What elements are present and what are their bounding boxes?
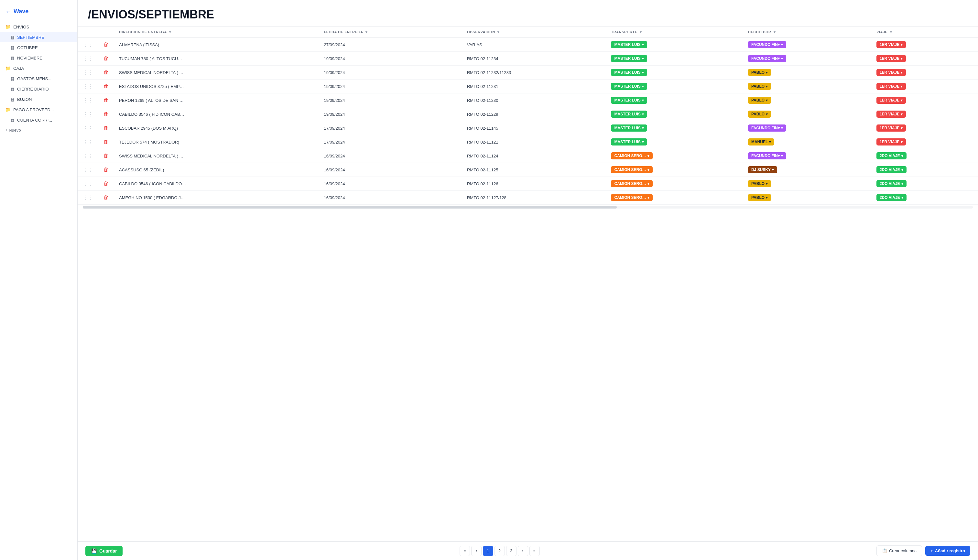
viaje-badge[interactable]: 2DO VIAJE ▾	[876, 166, 906, 173]
drag-handle-icon[interactable]: ⋮⋮	[83, 181, 93, 187]
sidebar-item-septiembre[interactable]: ▦ SEPTIEMBRE ···	[0, 32, 77, 42]
page-last-button[interactable]: »	[529, 546, 540, 556]
viaje-badge[interactable]: 1ER VIAJE ▾	[876, 83, 906, 90]
hecho-por-badge[interactable]: FACUNDO FIN▾ ▾	[748, 125, 786, 132]
main-content: /ENVIOS/SEPTIEMBRE DIRECCION DE ENTREGA …	[78, 0, 978, 560]
delete-icon[interactable]: 🗑	[103, 83, 108, 89]
viaje-badge[interactable]: 1ER VIAJE ▾	[876, 111, 906, 118]
page-1-button[interactable]: 1	[483, 546, 493, 556]
delete-icon[interactable]: 🗑	[103, 42, 108, 47]
chevron-down-icon: ▾	[901, 43, 903, 47]
page-2-button[interactable]: 2	[494, 546, 505, 556]
drag-handle-icon[interactable]: ⋮⋮	[83, 125, 93, 131]
row-transporte: MASTER LUIS ▾	[606, 93, 743, 107]
viaje-badge[interactable]: 1ER VIAJE ▾	[876, 97, 906, 104]
transporte-badge[interactable]: MASTER LUIS ▾	[611, 41, 647, 48]
hecho-por-badge[interactable]: FACUNDO FIN▾ ▾	[748, 152, 786, 159]
transporte-badge[interactable]: MASTER LUIS ▾	[611, 125, 647, 132]
folder-icon: 📁	[5, 66, 11, 71]
drag-handle-icon[interactable]: ⋮⋮	[83, 167, 93, 173]
add-registro-button[interactable]: + Añadir registro	[925, 546, 970, 556]
sidebar-item-buzon[interactable]: ▦ BUZON ···	[0, 94, 77, 105]
viaje-badge[interactable]: 2DO VIAJE ▾	[876, 180, 906, 187]
col-viaje[interactable]: VIAJE ▾	[871, 27, 978, 38]
transporte-badge[interactable]: MASTER LUIS ▾	[611, 69, 647, 76]
drag-handle-icon[interactable]: ⋮⋮	[83, 195, 93, 200]
drag-handle-icon[interactable]: ⋮⋮	[83, 98, 93, 103]
sidebar-item-gastos[interactable]: ▦ GASTOS MENS... ···	[0, 73, 77, 84]
drag-handle-icon[interactable]: ⋮⋮	[83, 70, 93, 75]
sidebar-folder-envios[interactable]: 📁 ENVIOS ···	[0, 22, 77, 32]
new-item[interactable]: + Nuevo	[0, 125, 77, 135]
transporte-badge[interactable]: CAMION SERO… ▾	[611, 152, 653, 159]
delete-icon[interactable]: 🗑	[103, 167, 108, 172]
transporte-badge[interactable]: CAMION SERO… ▾	[611, 166, 653, 173]
sidebar-item-noviembre[interactable]: ▦ NOVIEMBRE ···	[0, 53, 77, 63]
delete-icon[interactable]: 🗑	[103, 139, 108, 145]
col-hecho-por[interactable]: HECHO POR ▾	[743, 27, 871, 38]
transporte-badge[interactable]: MASTER LUIS ▾	[611, 83, 647, 90]
add-reg-icon: +	[930, 548, 933, 553]
transporte-badge[interactable]: CAMION SERO… ▾	[611, 180, 653, 187]
transporte-badge[interactable]: MASTER LUIS ▾	[611, 97, 647, 104]
page-3-button[interactable]: 3	[506, 546, 516, 556]
delete-icon[interactable]: 🗑	[103, 125, 108, 131]
drag-handle-icon[interactable]: ⋮⋮	[83, 139, 93, 145]
delete-icon[interactable]: 🗑	[103, 181, 108, 186]
row-direccion: ACASSUSO 65 (ZEDIL)	[114, 163, 319, 177]
delete-icon[interactable]: 🗑	[103, 56, 108, 61]
col-transporte[interactable]: TRANSPORTE ▾	[606, 27, 743, 38]
delete-icon[interactable]: 🗑	[103, 153, 108, 158]
row-observacion: RMTO 02-11230	[462, 93, 606, 107]
hecho-por-badge[interactable]: DJ SUSKY ▾	[748, 166, 777, 173]
drag-handle-icon[interactable]: ⋮⋮	[83, 153, 93, 159]
transporte-badge[interactable]: MASTER LUIS ▾	[611, 111, 647, 118]
drag-handle-icon[interactable]: ⋮⋮	[83, 112, 93, 117]
row-hecho-por: DJ SUSKY ▾	[743, 163, 871, 177]
hecho-por-badge[interactable]: FACUNDO FIN▾ ▾	[748, 41, 786, 48]
drag-handle-icon[interactable]: ⋮⋮	[83, 56, 93, 62]
viaje-badge[interactable]: 2DO VIAJE ▾	[876, 152, 906, 159]
col-observacion[interactable]: OBSERVACION ▾	[462, 27, 606, 38]
drag-handle-icon[interactable]: ⋮⋮	[83, 42, 93, 48]
viaje-badge[interactable]: 1ER VIAJE ▾	[876, 125, 906, 132]
sidebar-item-octubre[interactable]: ▦ OCTUBRE ···	[0, 42, 77, 53]
transporte-badge[interactable]: CAMION SERO… ▾	[611, 194, 653, 201]
hecho-por-badge[interactable]: PABLO ▾	[748, 194, 771, 201]
page-prev-button[interactable]: ‹	[471, 546, 482, 556]
sidebar-item-label: CUENTA CORRI...	[17, 118, 68, 123]
col-direccion[interactable]: DIRECCION DE ENTREGA ▾	[114, 27, 319, 38]
create-column-button[interactable]: 📋 Crear columna	[876, 545, 922, 556]
hecho-por-badge[interactable]: MANUEL ▾	[748, 138, 774, 145]
hecho-por-badge[interactable]: FACUNDO FIN▾ ▾	[748, 55, 786, 62]
viaje-badge[interactable]: 2DO VIAJE ▾	[876, 194, 906, 201]
viaje-badge[interactable]: 1ER VIAJE ▾	[876, 138, 906, 145]
viaje-badge[interactable]: 1ER VIAJE ▾	[876, 55, 906, 62]
hecho-por-badge[interactable]: PABLO ▾	[748, 69, 771, 76]
horizontal-scrollbar[interactable]	[83, 206, 973, 208]
delete-icon[interactable]: 🗑	[103, 97, 108, 103]
viaje-badge[interactable]: 1ER VIAJE ▾	[876, 41, 906, 48]
back-link[interactable]: ← Wave	[0, 5, 77, 22]
viaje-badge[interactable]: 1ER VIAJE ▾	[876, 69, 906, 76]
col-fecha[interactable]: FECHA DE ENTREGA ▾	[319, 27, 462, 38]
save-button[interactable]: 💾 Guardar	[85, 546, 123, 556]
page-first-button[interactable]: «	[460, 546, 470, 556]
sidebar-folder-caja[interactable]: 📁 CAJA ···	[0, 63, 77, 73]
transporte-badge[interactable]: MASTER LUIS ▾	[611, 55, 647, 62]
hecho-por-badge[interactable]: PABLO ▾	[748, 111, 771, 118]
sidebar-item-label: NOVIEMBRE	[17, 56, 68, 60]
sidebar-item-cuenta[interactable]: ▦ CUENTA CORRI... ···	[0, 115, 77, 125]
scrollbar-thumb[interactable]	[83, 206, 617, 208]
sidebar-folder-pago[interactable]: 📁 PAGO A PROVEED... ···	[0, 105, 77, 115]
hecho-por-badge[interactable]: PABLO ▾	[748, 180, 771, 187]
drag-handle-icon[interactable]: ⋮⋮	[83, 84, 93, 89]
page-next-button[interactable]: ›	[518, 546, 528, 556]
delete-icon[interactable]: 🗑	[103, 70, 108, 75]
delete-icon[interactable]: 🗑	[103, 111, 108, 117]
sidebar-item-cierre[interactable]: ▦ CIERRE DIARIO ···	[0, 84, 77, 94]
hecho-por-badge[interactable]: PABLO ▾	[748, 83, 771, 90]
transporte-badge[interactable]: MASTER LUIS ▾	[611, 138, 647, 145]
delete-icon[interactable]: 🗑	[103, 195, 108, 200]
hecho-por-badge[interactable]: PABLO ▾	[748, 97, 771, 104]
